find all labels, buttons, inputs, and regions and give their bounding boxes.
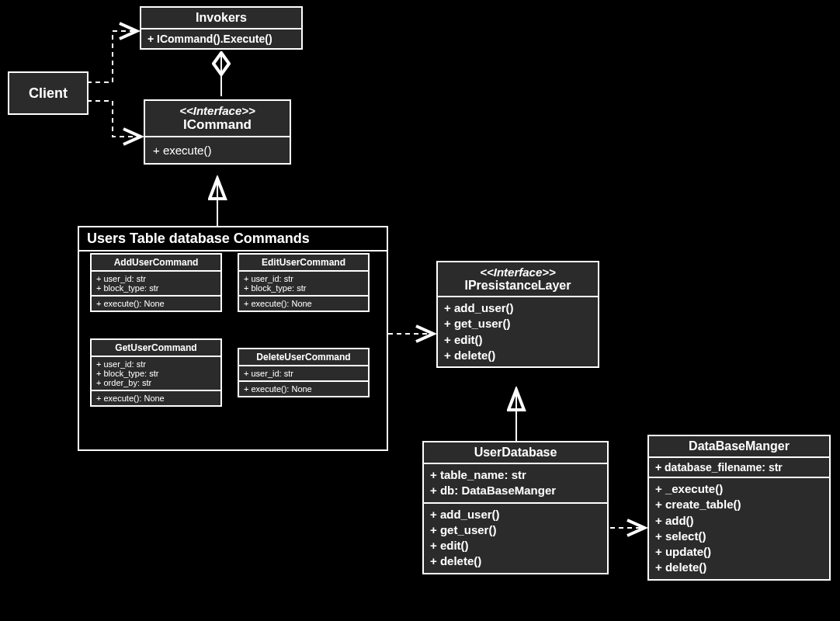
ipresistance-stereo: <<Interface>> [438,262,598,279]
icommand-name: ICommand [145,117,290,136]
ipresistance-name: IPresistanceLayer [438,279,598,296]
client-box: Client [8,71,89,115]
icommand-method: + execute() [145,137,290,163]
icommand-stereo: <<Interface>> [145,101,290,117]
getuser-box: GetUserCommand + user_id: str + block_ty… [90,338,222,407]
edituser-box: EditUserCommand + user_id: str + block_t… [238,253,370,312]
package-title: Users Table database Commands [79,227,387,252]
dbmanager-box: DataBaseManger + database_filename: str … [647,435,831,581]
deleteuser-title: DeleteUserCommand [239,349,368,366]
deleteuser-method: + execute(): None [239,382,368,396]
edituser-method: + execute(): None [239,297,368,310]
invokers-title: Invokers [141,8,301,29]
invokers-box: Invokers + ICommand().Execute() [140,6,303,50]
userdb-box: UserDatabase + table_name: str + db: Dat… [422,441,609,574]
client-label: Client [29,85,68,102]
userdb-title: UserDatabase [424,442,607,464]
deleteuser-attrs: + user_id: str [239,366,368,382]
icommand-box: <<Interface>> ICommand + execute() [144,99,291,165]
edituser-title: EditUserCommand [239,255,368,272]
userdb-attrs: + table_name: str + db: DataBaseManger [424,464,607,504]
getuser-attrs: + user_id: str + block_type: str + order… [92,357,220,391]
adduser-method: + execute(): None [92,297,220,310]
ipresistance-box: <<Interface>> IPresistanceLayer + add_us… [436,261,599,368]
ipresistance-methods: + add_user() + get_user() + edit() + del… [438,297,598,366]
dbmanager-methods: + _execute() + create_table() + add() + … [649,478,829,579]
dbmanager-title: DataBaseManger [649,436,829,458]
adduser-attrs: + user_id: str + block_type: str [92,272,220,297]
adduser-box: AddUserCommand + user_id: str + block_ty… [90,253,222,312]
userdb-methods: + add_user() + get_user() + edit() + del… [424,504,607,573]
getuser-method: + execute(): None [92,391,220,405]
deleteuser-box: DeleteUserCommand + user_id: str + execu… [238,348,370,397]
adduser-title: AddUserCommand [92,255,220,272]
edituser-attrs: + user_id: str + block_type: str [239,272,368,297]
invokers-method: + ICommand().Execute() [141,29,301,48]
dbmanager-attrs: + database_filename: str [649,458,829,478]
getuser-title: GetUserCommand [92,340,220,357]
